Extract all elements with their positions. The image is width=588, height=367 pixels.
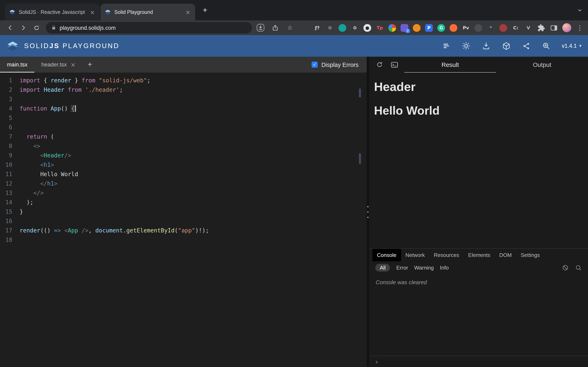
clear-console-icon[interactable]	[562, 264, 569, 271]
blue-asterisk-icon[interactable]: *	[487, 24, 495, 32]
file-tab-main.tsx[interactable]: main.tsx	[0, 57, 35, 73]
code-line[interactable]: 17render(() => <App />, document.getElem…	[0, 226, 367, 235]
console-message: Console was cleared	[369, 274, 588, 285]
tp-red-icon[interactable]: Tp	[376, 24, 384, 32]
code-line[interactable]: 8 <>	[0, 142, 367, 151]
code-line[interactable]: 11 Hello World	[0, 170, 367, 179]
console-input[interactable]: ›	[369, 356, 588, 367]
c-colon-icon-glyph: C:	[513, 25, 518, 30]
code-text: }	[12, 207, 23, 217]
pinwheel-icon[interactable]	[388, 24, 396, 32]
filter-all[interactable]: All	[375, 264, 390, 272]
code-line[interactable]: 2import Header from './header';	[0, 85, 367, 95]
terminal-icon[interactable]	[390, 60, 398, 69]
code-line[interactable]: 18	[0, 235, 367, 245]
bundle-cube-icon[interactable]	[502, 42, 511, 50]
code-line[interactable]: 7 return (	[0, 132, 367, 142]
tab-close-icon[interactable]: ×	[89, 9, 95, 15]
console-tab-settings[interactable]: Settings	[516, 249, 544, 261]
preview-tabs: ResultOutput	[404, 57, 588, 73]
address-bar[interactable]: playground.solidjs.com	[46, 22, 252, 33]
gear-icon[interactable]: ⚙	[326, 24, 334, 32]
pv-icon[interactable]: Pv	[462, 24, 470, 32]
version-select[interactable]: v1.4.1 ▾	[562, 43, 581, 49]
maroon-circle-icon[interactable]	[499, 24, 507, 32]
dark-circle-icon[interactable]	[475, 24, 482, 32]
browser-tab[interactable]: Solid Playground×	[100, 4, 195, 20]
file-tab-header.tsx[interactable]: header.tsx×	[35, 57, 83, 73]
orange-red-circle-icon[interactable]	[450, 24, 457, 32]
filter-warning[interactable]: Warning	[414, 265, 434, 271]
line-number: 13	[0, 188, 12, 198]
github-icon-glyph: ●	[365, 25, 369, 30]
reload-button[interactable]	[30, 22, 43, 33]
purple-app-icon[interactable]: 2	[401, 24, 408, 32]
pane-resizer[interactable]	[367, 57, 369, 367]
share-link-icon[interactable]	[522, 42, 531, 50]
line-number: 15	[0, 207, 12, 217]
console-tab-resources[interactable]: Resources	[429, 249, 464, 261]
side-panel-icon[interactable]	[550, 24, 558, 32]
code-line[interactable]: 6	[0, 123, 367, 132]
tab-search-chevron-icon[interactable]	[577, 7, 583, 13]
code-line[interactable]: 1import { render } from "solid-js/web";	[0, 76, 367, 85]
github-icon[interactable]: ●	[363, 24, 371, 32]
downloads-button[interactable]	[254, 22, 267, 33]
tab-result[interactable]: Result	[404, 57, 496, 73]
console-tab-network[interactable]: Network	[401, 249, 429, 261]
code-lines: 1import { render } from "solid-js/web";2…	[0, 76, 367, 245]
code-line[interactable]: 4function App() {	[0, 104, 367, 113]
code-line[interactable]: 12 </h1>	[0, 179, 367, 188]
browser-menu-icon[interactable]: ⋮	[576, 24, 584, 32]
bookmark-star-icon[interactable]: ☆	[284, 22, 296, 33]
code-editor[interactable]: 1import { render } from "solid-js/web";2…	[0, 73, 367, 367]
line-number: 6	[0, 123, 12, 132]
forward-button[interactable]	[17, 22, 29, 33]
code-line[interactable]: 10 <h1>	[0, 160, 367, 170]
code-line[interactable]: 15}	[0, 207, 367, 217]
theme-sun-icon[interactable]	[462, 42, 471, 50]
grammarly-icon[interactable]: G	[437, 24, 445, 32]
code-line[interactable]: 14 );	[0, 198, 367, 207]
console-tab-dom[interactable]: DOM	[495, 249, 516, 261]
console-tab-elements[interactable]: Elements	[464, 249, 495, 261]
text-cursor	[75, 105, 76, 112]
search-icon[interactable]	[575, 264, 582, 271]
brand-solid: SOLID	[24, 42, 49, 49]
extensions-puzzle-icon[interactable]	[537, 24, 545, 32]
code-line[interactable]: 3	[0, 95, 367, 104]
tab-close-icon[interactable]: ×	[185, 9, 191, 15]
profile-avatar[interactable]	[562, 23, 571, 32]
line-number: 18	[0, 235, 12, 245]
share-button[interactable]	[269, 22, 281, 33]
code-line[interactable]: 16	[0, 217, 367, 226]
console-tab-console[interactable]: Console	[372, 249, 401, 261]
solid-logo	[7, 40, 19, 52]
browser-tab[interactable]: SolidJS · Reactive Javascript L×	[5, 4, 100, 20]
display-errors-checkbox[interactable]: ✓	[311, 62, 318, 68]
workspace: main.tsxheader.tsx× + ✓ Display Errors 1…	[0, 57, 588, 367]
back-button[interactable]	[4, 22, 16, 33]
download-project-icon[interactable]	[482, 42, 491, 50]
zoom-icon[interactable]	[542, 42, 551, 50]
refresh-icon[interactable]	[376, 61, 383, 68]
teal-circle-icon[interactable]	[338, 24, 346, 32]
orange-circle-icon[interactable]	[413, 24, 421, 32]
filter-error[interactable]: Error	[396, 265, 408, 271]
rendered-heading: Header	[374, 73, 588, 94]
filter-info[interactable]: Info	[440, 265, 449, 271]
tab-title: Solid Playground	[114, 9, 182, 15]
v-icon[interactable]: V	[524, 24, 532, 32]
code-line[interactable]: 5	[0, 113, 367, 123]
tab-output[interactable]: Output	[496, 57, 588, 73]
code-line[interactable]: 13 </>	[0, 188, 367, 198]
function-search-icon[interactable]: ƒ?	[313, 24, 321, 32]
c-colon-icon[interactable]: C:	[512, 24, 520, 32]
white-gear-icon[interactable]: ⚙	[351, 24, 359, 32]
code-line[interactable]: 9 <Header/>	[0, 151, 367, 160]
new-tab-button[interactable]: +	[199, 4, 211, 16]
format-code-icon[interactable]	[442, 42, 450, 50]
blue-p-icon[interactable]: P	[425, 24, 433, 32]
add-file-button[interactable]: +	[82, 57, 97, 73]
close-icon[interactable]: ×	[70, 61, 76, 68]
